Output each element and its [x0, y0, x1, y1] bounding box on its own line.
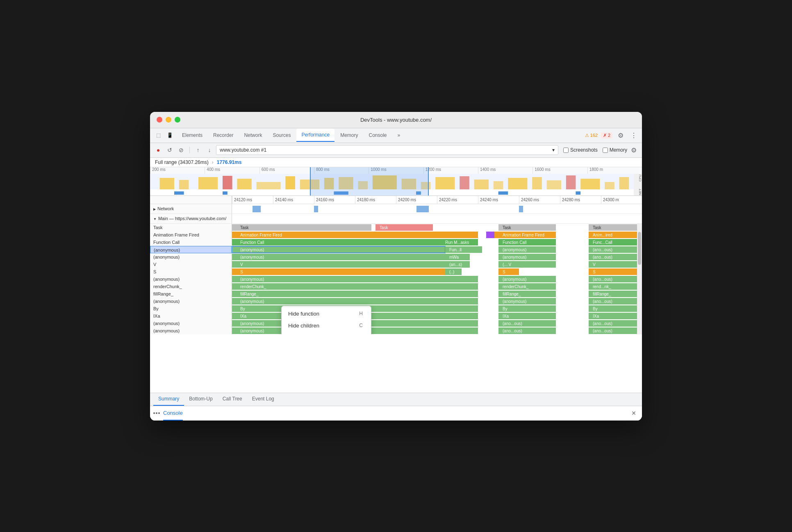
ruler-tick-9: 1800 m	[587, 167, 642, 174]
svg-rect-19	[508, 178, 527, 189]
network-expand-icon[interactable]	[153, 206, 156, 211]
svg-text:By: By	[503, 307, 508, 311]
timeline-selection[interactable]	[310, 167, 429, 196]
ctx-hide-function[interactable]: Hide function H	[282, 308, 371, 320]
anon3-label: (anonymous)	[150, 275, 232, 283]
reload-button[interactable]: ↺	[165, 145, 175, 155]
anon5-label: (anonymous)	[150, 320, 232, 327]
render-label: renderChunk_	[150, 283, 232, 290]
maximize-button[interactable]	[175, 117, 180, 123]
svg-text:Fun...ll: Fun...ll	[449, 248, 462, 252]
record-button[interactable]: ●	[153, 145, 163, 155]
tab-recorder[interactable]: Recorder	[208, 129, 238, 142]
tab-bottom-up[interactable]: Bottom-Up	[184, 393, 217, 406]
network-track-label: Network	[150, 204, 232, 214]
tab-summary[interactable]: Summary	[153, 393, 184, 406]
svg-text:(anonymous): (anonymous)	[240, 321, 264, 326]
flame-label-anon2: (anonymous)	[150, 253, 232, 261]
flame-row-by: By By By By	[150, 305, 642, 312]
minimize-button[interactable]	[166, 117, 171, 123]
tab-performance[interactable]: Performance	[296, 129, 335, 142]
ctx-hide-children[interactable]: Hide children C	[282, 320, 371, 332]
inspect-icon[interactable]: ⬚	[153, 130, 163, 140]
console-menu-icon[interactable]	[153, 412, 160, 414]
svg-rect-2	[179, 180, 189, 189]
main-tick-9: 24280 ms	[560, 196, 601, 204]
flame-label-anon1: (anonymous)	[150, 246, 232, 253]
svg-rect-46	[486, 232, 494, 238]
console-tab-label[interactable]: Console	[163, 406, 183, 421]
render-cells: renderChunk_ renderChunk_ rend...nk_	[232, 283, 642, 290]
svg-rect-104	[232, 291, 478, 297]
main-tick-1: 24120 ms	[232, 196, 273, 204]
console-close-button[interactable]: ×	[629, 408, 639, 418]
svg-rect-31	[576, 191, 580, 195]
svg-rect-90	[589, 268, 638, 275]
scrollbar-thumb[interactable]	[638, 232, 641, 265]
error-badge: ✗ 2	[601, 132, 612, 139]
anon4-cells: (anonymous) (anonymous) (ano...ous)	[232, 298, 642, 305]
flame-label-anim: Animation Frame Fired	[150, 231, 232, 239]
tab-call-tree[interactable]: Call Tree	[218, 393, 247, 406]
svg-rect-34	[416, 206, 429, 212]
context-menu: Hide function H Hide children C Hide rep…	[281, 306, 371, 334]
device-icon[interactable]: 📱	[165, 130, 175, 140]
range-arrow: ›	[212, 159, 214, 165]
timeline-overview[interactable]: 200 ms 400 ms 600 ms 800 ms 1000 ms 1200…	[150, 167, 642, 196]
flame-label-v: V	[150, 261, 232, 268]
tab-elements[interactable]: Elements	[177, 129, 207, 142]
svg-text:Function Call: Function Call	[503, 240, 526, 245]
more-options-icon[interactable]: ⋮	[629, 130, 639, 140]
main-tick-4: 24180 ms	[355, 196, 396, 204]
main-tick-8: 24260 ms	[519, 196, 560, 204]
tab-network[interactable]: Network	[239, 129, 267, 142]
flame-label-anon3: (anonymous)	[150, 275, 232, 283]
devtools-window: DevTools - www.youtube.com/ ⬚ 📱 Elements…	[150, 112, 642, 421]
screenshots-checkbox[interactable]	[563, 148, 569, 153]
svg-text:V: V	[593, 262, 596, 267]
svg-text:V: V	[240, 262, 243, 267]
memory-checkbox[interactable]	[603, 148, 608, 153]
url-selector[interactable]: www.youtube.com #1 ▾	[216, 145, 558, 155]
svg-text:(anonymous): (anonymous)	[240, 299, 264, 304]
screenshots-checkbox-label[interactable]: Screenshots	[563, 147, 598, 153]
svg-text:(anonymous): (anonymous)	[503, 299, 526, 304]
network-label: Network	[157, 206, 174, 211]
timeline-scrollbar[interactable]	[637, 224, 642, 334]
svg-text:(an...s): (an...s)	[449, 262, 462, 267]
v-label: V	[150, 261, 232, 268]
settings-icon[interactable]: ⚙	[616, 130, 626, 140]
flame-label-fill: fillRange_	[150, 290, 232, 298]
tab-console[interactable]: Console	[364, 129, 391, 142]
svg-text:Anim...ired: Anim...ired	[593, 233, 612, 237]
upload-button[interactable]: ↑	[193, 145, 203, 155]
svg-text:Animation Frame Fired: Animation Frame Fired	[503, 233, 544, 237]
svg-text:Task: Task	[593, 225, 602, 230]
tab-event-log[interactable]: Event Log	[247, 393, 279, 406]
svg-text:Animation Frame Fired: Animation Frame Fired	[240, 233, 282, 237]
main-expand-icon[interactable]	[153, 216, 157, 221]
svg-rect-25	[619, 177, 629, 189]
tab-sources[interactable]: Sources	[268, 129, 296, 142]
svg-text:(..): (..)	[449, 270, 454, 274]
svg-rect-35	[519, 206, 523, 212]
tab-memory[interactable]: Memory	[335, 129, 363, 142]
tab-more[interactable]: »	[393, 129, 405, 142]
flame-row-anon3: (anonymous) (anonymous) (anonymous) (ano…	[150, 275, 642, 283]
clear-button[interactable]: ⊘	[176, 145, 186, 155]
fn-label: Function Call	[150, 239, 232, 246]
close-button[interactable]	[157, 117, 162, 123]
download-button[interactable]: ↓	[205, 145, 214, 155]
fn-cells: Function Call Run M...asks Function Call…	[232, 239, 642, 246]
anon4-label: (anonymous)	[150, 298, 232, 305]
svg-text:(ano...ous): (ano...ous)	[503, 329, 522, 333]
ctx-hide-repeating[interactable]: Hide repeating children R	[282, 332, 371, 334]
cpu-label: CPU	[634, 175, 642, 182]
anon1-label: (anonymous)	[150, 246, 232, 253]
traffic-lights	[157, 117, 180, 123]
flame-row-anon4: (anonymous) (anonymous) (anonymous) (ano…	[150, 298, 642, 305]
memory-checkbox-label[interactable]: Memory	[603, 147, 627, 153]
svg-text:(anonymous): (anonymous)	[503, 277, 526, 282]
capture-settings-icon[interactable]: ⚙	[629, 145, 639, 155]
flame-row-anon5: (anonymous) (anonymous) (ano...ous) (ano…	[150, 320, 642, 327]
